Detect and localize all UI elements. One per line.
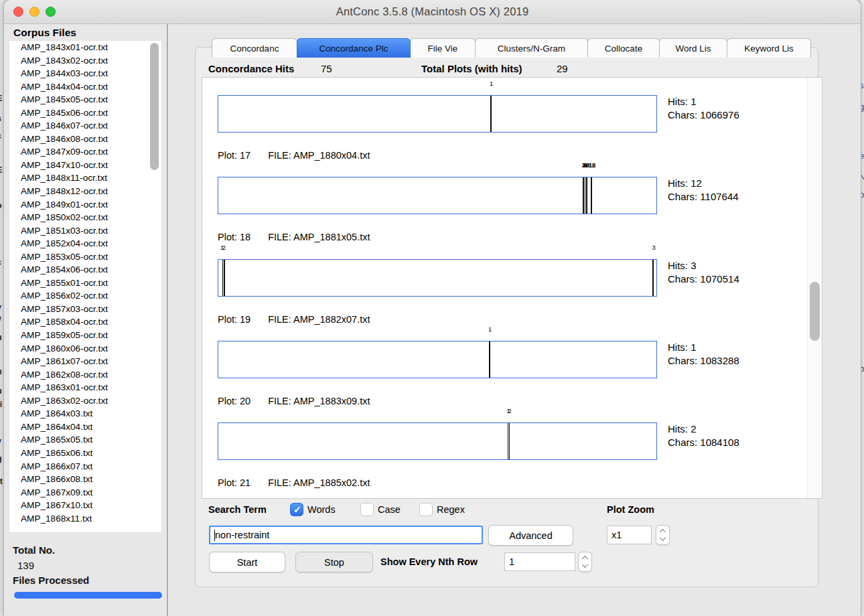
corpus-file-item[interactable]: AMP_1845x06-ocr.txt — [9, 106, 161, 120]
concordance-hits-value: 75 — [321, 63, 332, 74]
title-bar: AntConc 3.5.8 (Macintosh OS X) 2019 — [4, 0, 861, 24]
plot-entry: 123Hits: 3Chars: 1070514Plot: 19FILE: AM… — [202, 242, 805, 323]
plot-bar[interactable] — [218, 259, 657, 297]
hit-tick[interactable] — [222, 260, 224, 296]
hits-value: Hits: 1 — [668, 95, 739, 108]
background-text-fragment: o — [0, 201, 2, 210]
corpus-file-item[interactable]: AMP_1843x01-ocr.txt — [9, 41, 161, 54]
corpus-file-item[interactable]: AMP_1863x02-ocr.txt — [9, 394, 161, 408]
hit-tick[interactable] — [490, 96, 492, 132]
hit-tick[interactable] — [508, 423, 509, 459]
tab-word-lis[interactable]: Word Lis — [659, 38, 727, 58]
stepper-down-icon[interactable] — [660, 534, 666, 541]
corpus-file-item[interactable]: AMP_1847x09-ocr.txt — [9, 145, 161, 159]
corpus-file-item[interactable]: AMP_1854x06-ocr.txt — [9, 263, 161, 277]
corpus-file-item[interactable]: AMP_1848x11-ocr.txt — [9, 171, 161, 185]
corpus-file-item[interactable]: AMP_1852x04-ocr.txt — [9, 237, 161, 250]
corpus-file-item[interactable]: AMP_1866x08.txt — [9, 473, 161, 486]
search-term-label: Search Term — [208, 504, 267, 515]
corpus-file-item[interactable]: AMP_1850x02-ocr.txt — [9, 211, 161, 224]
regex-checkbox-label: Regex — [437, 504, 465, 515]
corpus-file-item[interactable]: AMP_1864x03.txt — [9, 407, 161, 420]
plot-bar[interactable] — [218, 177, 657, 214]
antconc-window: AntConc 3.5.8 (Macintosh OS X) 2019 Corp… — [3, 0, 861, 616]
stop-button[interactable]: Stop — [295, 552, 373, 572]
corpus-file-item[interactable]: AMP_1867x10.txt — [9, 499, 161, 512]
background-text-fragment: n — [0, 367, 2, 376]
case-checkbox[interactable] — [360, 503, 374, 516]
corpus-file-item[interactable]: AMP_1868x11.txt — [9, 512, 161, 526]
corpus-file-item[interactable]: AMP_1857x03-ocr.txt — [9, 303, 161, 316]
corpus-file-item[interactable]: AMP_1849x01-ocr.txt — [9, 198, 161, 212]
hit-tick[interactable] — [591, 177, 592, 214]
hits-value: Hits: 12 — [668, 177, 739, 190]
plot-bar[interactable] — [218, 95, 657, 133]
corpus-file-item[interactable]: AMP_1851x03-ocr.txt — [9, 224, 161, 238]
tab-keyword-lis[interactable]: Keyword Lis — [727, 38, 811, 58]
start-button[interactable]: Start — [209, 552, 285, 572]
corpus-file-item[interactable]: AMP_1856x02-ocr.txt — [9, 289, 161, 303]
background-text-fragment: c — [0, 131, 1, 141]
chars-value: Chars: 1070514 — [668, 273, 739, 286]
corpus-file-item[interactable]: AMP_1865x05.txt — [9, 433, 161, 447]
plot-scrollbar-track[interactable] — [807, 78, 822, 498]
hits-chars-block: Hits: 2Chars: 1084108 — [668, 422, 739, 449]
stepper-down-icon[interactable] — [582, 561, 589, 568]
plot-zoom-input[interactable]: x1 — [607, 526, 652, 544]
tab-collocate[interactable]: Collocate — [587, 38, 660, 58]
hit-tick-label: 2 — [508, 407, 512, 414]
nth-row-input[interactable]: 1 — [504, 552, 575, 571]
hit-tick[interactable] — [652, 260, 654, 296]
regex-checkbox[interactable] — [419, 503, 433, 516]
corpus-file-item[interactable]: AMP_1843x02-ocr.txt — [9, 54, 161, 68]
corpus-file-item[interactable]: AMP_1864x04.txt — [9, 420, 161, 434]
corpus-file-list[interactable]: AMP_1843x01-ocr.txtAMP_1843x02-ocr.txtAM… — [9, 40, 162, 533]
background-text-fragment: v — [0, 303, 1, 312]
corpus-file-item[interactable]: AMP_1844x03-ocr.txt — [9, 67, 161, 80]
hit-tick[interactable] — [489, 341, 490, 378]
corpus-file-item[interactable]: AMP_1861x07-ocr.txt — [9, 355, 161, 368]
nth-row-stepper[interactable] — [578, 552, 592, 572]
corpus-file-item[interactable]: AMP_1853x05-ocr.txt — [9, 250, 161, 264]
hit-tick[interactable] — [583, 177, 584, 214]
corpus-file-item[interactable]: AMP_1845x05-ocr.txt — [9, 93, 161, 106]
plot-bar[interactable] — [218, 341, 657, 378]
files-processed-label: Files Processed — [13, 574, 89, 586]
corpus-file-item[interactable]: AMP_1848x12-ocr.txt — [9, 185, 161, 198]
chars-value: Chars: 1083288 — [668, 354, 739, 368]
corpus-file-item[interactable]: AMP_1847x10-ocr.txt — [9, 159, 161, 172]
corpus-file-item[interactable]: AMP_1863x01-ocr.txt — [9, 381, 161, 394]
file-list-scrollbar[interactable] — [150, 43, 159, 170]
advanced-button[interactable]: Advanced — [488, 525, 573, 546]
corpus-file-item[interactable]: AMP_1859x05-ocr.txt — [9, 329, 161, 342]
tab-concordanc[interactable]: Concordanc — [212, 38, 297, 58]
hit-tick[interactable] — [586, 177, 587, 214]
corpus-file-item[interactable]: AMP_1855x01-ocr.txt — [9, 277, 161, 290]
hits-chars-block: Hits: 12Chars: 1107644 — [668, 177, 739, 204]
corpus-file-item[interactable]: AMP_1862x08-ocr.txt — [9, 368, 161, 382]
corpus-file-item[interactable]: AMP_1844x04-ocr.txt — [9, 80, 161, 94]
plot-scrollbar-thumb[interactable] — [810, 282, 820, 341]
concordance-plot-area[interactable]: 1Hits: 1Chars: 1066976Plot: 17FILE: AMP_… — [202, 77, 822, 499]
chars-value: Chars: 1066976 — [668, 108, 739, 122]
corpus-files-title: Corpus Files — [13, 27, 76, 39]
tab-file-vie[interactable]: File Vie — [410, 38, 476, 58]
hit-tick[interactable] — [509, 423, 510, 459]
background-text-fragment: rt — [0, 477, 3, 486]
words-checkbox[interactable] — [290, 503, 303, 516]
corpus-file-item[interactable]: AMP_1846x07-ocr.txt — [9, 119, 161, 133]
plot-zoom-stepper[interactable] — [656, 525, 670, 545]
corpus-file-item[interactable]: AMP_1865x06.txt — [9, 447, 161, 460]
screen: { "window": { "title": "AntConc 3.5.8 (M… — [0, 0, 864, 616]
corpus-file-item[interactable]: AMP_1858x04-ocr.txt — [9, 315, 161, 329]
search-input[interactable]: non-restraint — [209, 526, 483, 544]
tab-clusters-n-gram[interactable]: Clusters/N-Gram — [475, 38, 588, 58]
tab-concordance-plc[interactable]: Concordance Plc — [297, 38, 411, 58]
corpus-file-item[interactable]: AMP_1866x07.txt — [9, 460, 161, 473]
hits-value: Hits: 3 — [668, 259, 739, 273]
corpus-file-item[interactable]: AMP_1867x09.txt — [9, 486, 161, 499]
corpus-file-item[interactable]: AMP_1860x06-ocr.txt — [9, 342, 161, 356]
plot-bar[interactable] — [218, 422, 657, 460]
corpus-file-item[interactable]: AMP_1846x08-ocr.txt — [9, 133, 161, 146]
hit-tick[interactable] — [224, 260, 225, 296]
